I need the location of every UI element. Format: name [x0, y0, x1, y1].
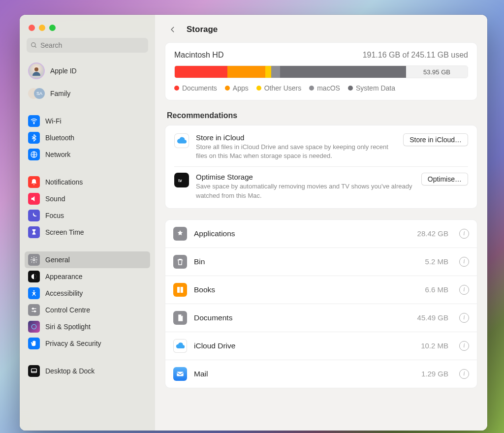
- legend-item: macOS: [309, 84, 340, 92]
- sidebar-item-siri-spotlight[interactable]: Siri & Spotlight: [25, 318, 150, 335]
- main-content: Storage Macintosh HD 191.16 GB of 245.11…: [155, 15, 487, 431]
- sidebar-item-notifications[interactable]: Notifications: [25, 174, 150, 190]
- legend-label: Apps: [233, 84, 249, 92]
- sidebar-item-accessibility[interactable]: Accessibility: [25, 285, 150, 302]
- drive-used-text: 191.16 GB of 245.11 GB used: [363, 51, 468, 60]
- category-row[interactable]: Applications28.42 GBi: [165, 220, 477, 248]
- sidebar-item-label: Siri & Spotlight: [45, 323, 91, 331]
- category-row[interactable]: Books6.6 MBi: [165, 276, 477, 304]
- category-icon: [173, 311, 187, 325]
- storage-segment: [227, 66, 265, 78]
- svg-point-3: [33, 123, 34, 124]
- store-in-icloud-button[interactable]: Store in iCloud…: [403, 133, 468, 146]
- legend-item: Apps: [225, 84, 249, 92]
- category-label: Mail: [194, 370, 414, 378]
- legend-item: Documents: [174, 84, 217, 92]
- sidebar-item-general[interactable]: General: [25, 251, 150, 268]
- category-row[interactable]: Mail1.29 GBi: [165, 360, 477, 388]
- family-icon: SA: [28, 88, 45, 99]
- sliders-icon: [28, 304, 40, 316]
- dock-icon: [28, 365, 40, 377]
- svg-line-1: [35, 46, 36, 48]
- icloud-icon: [174, 133, 189, 148]
- hand-icon: [28, 338, 40, 349]
- search-input[interactable]: [40, 41, 144, 49]
- svg-point-7: [33, 290, 35, 292]
- category-icon: [173, 283, 187, 297]
- sidebar-item-control-centre[interactable]: Control Centre: [25, 302, 150, 318]
- svg-point-9: [32, 308, 34, 309]
- info-icon[interactable]: i: [459, 341, 469, 351]
- sidebar-item-focus[interactable]: Focus: [25, 207, 150, 224]
- back-button[interactable]: [166, 23, 180, 36]
- search-icon: [31, 42, 37, 49]
- sidebar-item-appearance[interactable]: Appearance: [25, 268, 150, 285]
- sidebar-item-family[interactable]: SA Family: [25, 85, 150, 102]
- storage-legend: DocumentsAppsOther UsersmacOSSystem Data: [174, 84, 468, 92]
- svg-point-11: [34, 310, 36, 312]
- sidebar-item-label: Notifications: [45, 178, 83, 186]
- siri-icon: [28, 321, 40, 333]
- category-row[interactable]: Documents45.49 GBi: [165, 304, 477, 332]
- wifi-icon: [28, 115, 40, 127]
- sidebar-item-apple-id[interactable]: Apple ID: [25, 60, 150, 85]
- svg-rect-16: [177, 371, 184, 376]
- info-icon[interactable]: i: [459, 257, 469, 267]
- zoom-window-button[interactable]: [49, 25, 56, 31]
- sidebar-item-label: Appearance: [45, 273, 83, 280]
- sidebar-item-label: Family: [50, 90, 70, 97]
- moon-icon: [28, 210, 40, 221]
- info-icon[interactable]: i: [459, 369, 469, 379]
- info-icon[interactable]: i: [459, 313, 469, 323]
- sidebar-item-network[interactable]: Network: [25, 146, 150, 163]
- sidebar-item-bluetooth[interactable]: Bluetooth: [25, 129, 150, 146]
- recommendation-optimise: tv Optimise Storage Save space by automa…: [174, 166, 468, 206]
- category-size: 5.2 MB: [425, 257, 448, 266]
- window-controls: [20, 21, 155, 38]
- minimize-window-button[interactable]: [39, 25, 45, 31]
- storage-segment: [271, 66, 280, 78]
- sidebar-item-label: Bluetooth: [45, 134, 74, 142]
- sidebar-item-label: Wi-Fi: [45, 117, 62, 125]
- category-list: Applications28.42 GBiBin5.2 MBiBooks6.6 …: [165, 219, 477, 388]
- legend-label: Other Users: [264, 84, 301, 92]
- category-label: Applications: [194, 229, 410, 238]
- drive-name: Macintosh HD: [174, 51, 223, 60]
- hourglass-icon: [28, 226, 40, 238]
- category-row[interactable]: Bin5.2 MBi: [165, 248, 477, 276]
- rec-title: Optimise Storage: [196, 173, 414, 181]
- sidebar-item-label: Accessibility: [45, 289, 83, 297]
- sidebar-item-sound[interactable]: Sound: [25, 190, 150, 207]
- close-window-button[interactable]: [29, 25, 35, 31]
- sidebar-item-label: Privacy & Security: [45, 340, 101, 347]
- legend-label: macOS: [317, 84, 340, 92]
- info-icon[interactable]: i: [459, 229, 469, 239]
- bell-icon: [28, 176, 40, 188]
- sidebar-item-wifi[interactable]: Wi-Fi: [25, 113, 150, 129]
- sidebar-item-label: Network: [45, 151, 70, 158]
- legend-dot-icon: [225, 86, 230, 91]
- svg-point-5: [33, 259, 35, 261]
- category-label: Documents: [194, 313, 410, 322]
- drive-card: Macintosh HD 191.16 GB of 245.11 GB used…: [165, 42, 477, 100]
- category-size: 10.2 MB: [421, 341, 448, 350]
- legend-dot-icon: [309, 86, 314, 91]
- sidebar-item-privacy-security[interactable]: Privacy & Security: [25, 335, 150, 352]
- search-field[interactable]: [27, 38, 148, 53]
- category-row[interactable]: iCloud Drive10.2 MBi: [165, 332, 477, 360]
- sidebar-item-label: Sound: [45, 195, 65, 203]
- svg-text:tv: tv: [178, 179, 182, 183]
- sidebar-item-screen-time[interactable]: Screen Time: [25, 224, 150, 241]
- desktop-wallpaper: Apple ID SA Family Wi-Fi: [0, 0, 504, 433]
- info-icon[interactable]: i: [459, 285, 469, 295]
- recommendation-store-icloud: Store in iCloud Store all files in iClou…: [174, 127, 468, 166]
- gear-icon: [28, 254, 40, 266]
- sidebar-item-label: Apple ID: [50, 67, 77, 75]
- category-label: Bin: [194, 257, 418, 266]
- category-icon: [173, 227, 187, 241]
- network-icon: [28, 149, 40, 160]
- rec-desc: Save space by automatically removing mov…: [196, 182, 414, 200]
- sidebar-item-desktop-dock[interactable]: Desktop & Dock: [25, 363, 150, 379]
- optimise-button[interactable]: Optimise…: [421, 173, 468, 186]
- legend-item: System Data: [348, 84, 395, 92]
